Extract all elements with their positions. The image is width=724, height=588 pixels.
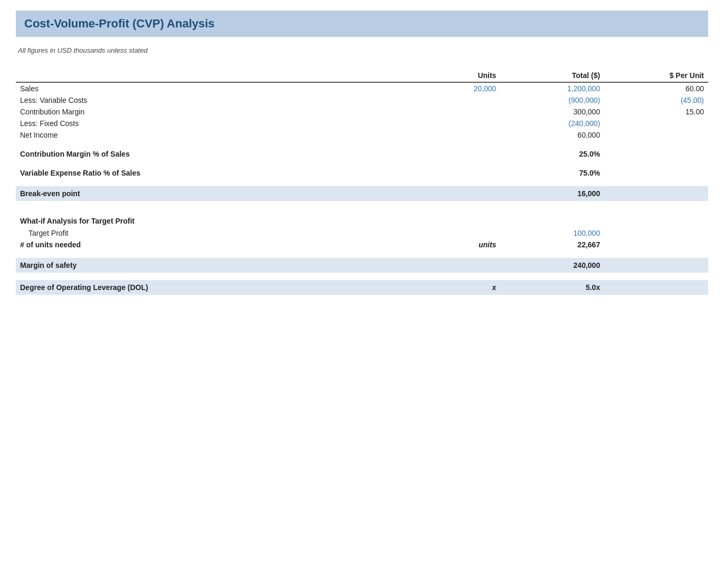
contribution-margin-total: 300,000 [500, 106, 604, 118]
net-income-label: Net Income [16, 129, 397, 141]
var-exp-label: Variable Expense Ratio % of Sales [16, 167, 397, 179]
dol-row: Degree of Operating Leverage (DOL) x 5.0… [16, 280, 708, 295]
spacer-2 [16, 160, 708, 167]
dol-per-unit-empty [604, 280, 708, 295]
breakeven-units-empty [397, 186, 501, 201]
whatif-header-per-unit-empty [604, 208, 708, 227]
units-needed-per-unit-empty [604, 239, 708, 250]
cm-pct-label: Contribution Margin % of Sales [16, 148, 397, 160]
perunit-header: $ Per Unit [604, 67, 708, 82]
var-exp-ratio-row: Variable Expense Ratio % of Sales 75.0% [16, 167, 708, 179]
margin-safety-value: 240,000 [500, 258, 604, 273]
sales-label: Sales [16, 82, 397, 94]
page-title: Cost-Volume-Profit (CVP) Analysis [24, 17, 700, 31]
whatif-header-total-empty [500, 208, 604, 227]
spacer-3 [16, 179, 708, 186]
fixed-costs-label: Less: Fixed Costs [16, 118, 397, 129]
spacer-1 [16, 141, 708, 148]
sales-total: 1,200,000 [500, 82, 604, 94]
margin-safety-per-unit-empty [604, 258, 708, 273]
whatif-header-units-empty [397, 208, 501, 227]
cm-pct-per-unit-empty [604, 148, 708, 160]
fixed-costs-row: Less: Fixed Costs (240,000) [16, 118, 708, 129]
dol-units: x [397, 280, 501, 295]
fixed-costs-per-unit-empty [604, 118, 708, 129]
units-header: Units [397, 67, 501, 82]
target-profit-row: Target Profit 100,000 [16, 227, 708, 239]
margin-safety-label: Margin of safety [16, 258, 397, 273]
target-profit-value: 100,000 [500, 227, 604, 239]
units-needed-label: # of units needed [16, 239, 397, 250]
contribution-margin-units-empty [397, 106, 501, 118]
breakeven-label: Break-even point [16, 186, 397, 201]
margin-safety-row: Margin of safety 240,000 [16, 258, 708, 273]
units-needed-value: 22,667 [500, 239, 604, 250]
var-exp-per-unit-empty [604, 167, 708, 179]
contribution-margin-label: Contribution Margin [16, 106, 397, 118]
variable-costs-row: Less: Variable Costs (900,000) (45.00) [16, 94, 708, 106]
spacer-5 [16, 250, 708, 258]
whatif-header-label: What-if Analysis for Target Profit [16, 208, 397, 227]
cm-pct-units-empty [397, 148, 501, 160]
var-exp-units-empty [397, 167, 501, 179]
sales-units: 20,000 [397, 82, 501, 94]
target-profit-label: Target Profit [16, 227, 397, 239]
variable-costs-total: (900,000) [500, 94, 604, 106]
label-header-cell [16, 67, 397, 82]
cvp-table: Units Total ($) $ Per Unit Sales 20,000 … [16, 67, 708, 295]
breakeven-per-unit-empty [604, 186, 708, 201]
contribution-margin-row: Contribution Margin 300,000 15.00 [16, 106, 708, 118]
subtitle: All figures in USD thousands unless stat… [18, 46, 708, 54]
variable-costs-per-unit: (45.00) [604, 94, 708, 106]
cm-pct-value: 25.0% [500, 148, 604, 160]
cm-pct-row: Contribution Margin % of Sales 25.0% [16, 148, 708, 160]
dol-value: 5.0x [500, 280, 604, 295]
whatif-header-row: What-if Analysis for Target Profit [16, 208, 708, 227]
dol-label: Degree of Operating Leverage (DOL) [16, 280, 397, 295]
variable-costs-units-empty [397, 94, 501, 106]
table-header-row: Units Total ($) $ Per Unit [16, 67, 708, 82]
fixed-costs-units-empty [397, 118, 501, 129]
title-bar: Cost-Volume-Profit (CVP) Analysis [16, 11, 708, 37]
margin-safety-units-empty [397, 258, 501, 273]
units-needed-row: # of units needed units 22,667 [16, 239, 708, 250]
breakeven-row: Break-even point 16,000 [16, 186, 708, 201]
fixed-costs-total: (240,000) [500, 118, 604, 129]
units-needed-units: units [397, 239, 501, 250]
breakeven-value: 16,000 [500, 186, 604, 201]
page-container: Cost-Volume-Profit (CVP) Analysis All fi… [0, 0, 724, 588]
net-income-row: Net Income 60,000 [16, 129, 708, 141]
spacer-6 [16, 273, 708, 280]
spacer-4 [16, 201, 708, 208]
net-income-units-empty [397, 129, 501, 141]
net-income-total: 60,000 [500, 129, 604, 141]
target-profit-units-empty [397, 227, 501, 239]
target-profit-per-unit-empty [604, 227, 708, 239]
sales-per-unit: 60.00 [604, 82, 708, 94]
contribution-margin-per-unit: 15.00 [604, 106, 708, 118]
var-exp-value: 75.0% [500, 167, 604, 179]
total-header: Total ($) [500, 67, 604, 82]
net-income-per-unit-empty [604, 129, 708, 141]
sales-row: Sales 20,000 1,200,000 60.00 [16, 82, 708, 94]
variable-costs-label: Less: Variable Costs [16, 94, 397, 106]
